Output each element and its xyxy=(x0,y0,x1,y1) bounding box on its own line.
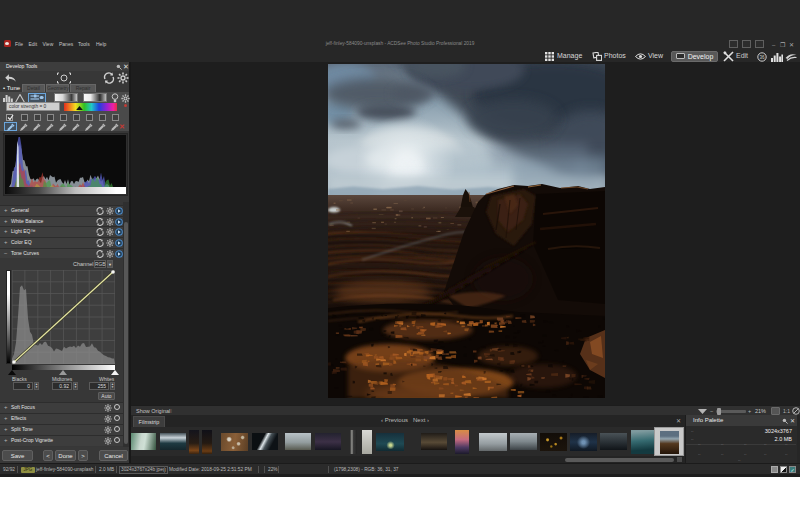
svg-text:36: 36 xyxy=(759,54,765,59)
